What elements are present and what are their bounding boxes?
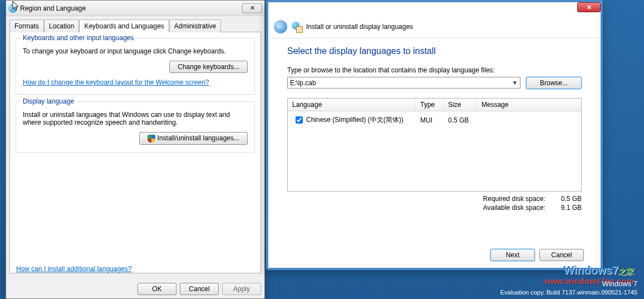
tab-strip: Formats Location Keyboards and Languages… bbox=[6, 16, 264, 32]
keyboards-group: Keyboards and other input languages To c… bbox=[16, 38, 255, 95]
required-value: 0.5 GB bbox=[561, 195, 582, 203]
language-listview: Language Type Size Message Chinese (Simp… bbox=[287, 98, 582, 192]
arrow-left-icon: ← bbox=[277, 22, 284, 31]
col-message[interactable]: Message bbox=[477, 99, 581, 111]
required-label: Required disk space: bbox=[483, 195, 545, 203]
close-icon: ✕ bbox=[587, 4, 592, 11]
os-brand: Windows 7 bbox=[500, 279, 637, 289]
logo-text: Windows7 bbox=[563, 264, 618, 276]
col-size[interactable]: Size bbox=[444, 99, 477, 111]
close-icon: ✕ bbox=[250, 4, 255, 12]
display-language-group: Display language Install or uninstall la… bbox=[16, 101, 255, 153]
ok-button[interactable]: OK bbox=[137, 283, 176, 295]
tab-location[interactable]: Location bbox=[44, 19, 79, 32]
dialog-footer: OK Cancel Apply bbox=[9, 283, 261, 295]
cancel-button[interactable]: Cancel bbox=[180, 283, 219, 295]
cancel-button[interactable]: Cancel bbox=[539, 249, 584, 261]
path-value: E:\lp.cab bbox=[290, 79, 316, 87]
install-languages-wizard: ✕ ← Install or uninstall display languag… bbox=[266, 0, 603, 270]
windows7-logo: Windows7之家 bbox=[563, 264, 634, 277]
next-button[interactable]: Next bbox=[490, 249, 535, 261]
shield-icon bbox=[148, 135, 155, 143]
path-dropdown[interactable]: E:\lp.cab ▼ bbox=[287, 77, 520, 89]
install-uninstall-languages-button[interactable]: Install/uninstall languages... bbox=[139, 132, 248, 145]
wizard-header: ← Install or uninstall display languages bbox=[268, 16, 601, 38]
dialog-title: Region and Language bbox=[20, 4, 86, 12]
group-title: Display language bbox=[21, 97, 76, 105]
tab-formats[interactable]: Formats bbox=[9, 19, 44, 32]
listview-header: Language Type Size Message bbox=[288, 99, 581, 111]
region-language-dialog: Region and Language ✕ Formats Location K… bbox=[6, 0, 265, 299]
available-value: 9.1 GB bbox=[561, 204, 582, 212]
globe-icon bbox=[8, 4, 17, 13]
disk-info: Required disk space: 0.5 GB Available di… bbox=[287, 195, 582, 212]
tab-keyboards-languages[interactable]: Keyboards and Languages bbox=[79, 19, 169, 32]
browse-button[interactable]: Browse... bbox=[526, 77, 582, 89]
close-button[interactable]: ✕ bbox=[577, 2, 601, 12]
logo-suffix: 之家 bbox=[618, 267, 634, 276]
browse-label: Type or browse to the location that cont… bbox=[287, 66, 582, 74]
row-checkbox[interactable] bbox=[296, 116, 303, 124]
install-language-icon bbox=[292, 22, 302, 32]
tab-body: Keyboards and other input languages To c… bbox=[9, 32, 261, 273]
wizard-body: Select the display languages to install … bbox=[268, 38, 601, 219]
col-language[interactable]: Language bbox=[288, 99, 416, 111]
apply-button[interactable]: Apply bbox=[222, 283, 261, 295]
titlebar: ✕ bbox=[268, 2, 601, 16]
group-text: To change your keyboard or input languag… bbox=[23, 47, 248, 55]
tab-administrative[interactable]: Administrative bbox=[169, 19, 221, 32]
row-message bbox=[477, 118, 581, 122]
row-size: 0.5 GB bbox=[444, 114, 477, 126]
col-type[interactable]: Type bbox=[416, 99, 444, 111]
row-language: Chinese (Simplified) (中文(简体)) bbox=[306, 115, 404, 125]
install-additional-languages-link[interactable]: How can I install additional languages? bbox=[16, 265, 131, 273]
list-row[interactable]: Chinese (Simplified) (中文(简体)) MUI 0.5 GB bbox=[288, 111, 581, 129]
globe-icon bbox=[292, 22, 299, 30]
chevron-down-icon: ▼ bbox=[512, 80, 518, 86]
path-row: E:\lp.cab ▼ Browse... bbox=[287, 77, 582, 89]
back-button[interactable]: ← bbox=[274, 20, 287, 33]
button-label: Install/uninstall languages... bbox=[158, 134, 239, 142]
available-label: Available disk space: bbox=[483, 204, 545, 212]
row-type: MUI bbox=[416, 114, 444, 126]
close-button[interactable]: ✕ bbox=[242, 3, 262, 13]
group-text: Install or uninstall languages that Wind… bbox=[23, 111, 248, 126]
desktop-build-text: Windows 7 Evaluation copy. Build 7137.wi… bbox=[500, 279, 637, 297]
welcome-screen-link[interactable]: How do I change the keyboard layout for … bbox=[23, 79, 209, 86]
wizard-footer: Next Cancel bbox=[490, 249, 584, 261]
change-keyboards-button[interactable]: Change keyboards... bbox=[169, 61, 248, 73]
wizard-title: Select the display languages to install bbox=[287, 46, 582, 56]
titlebar: Region and Language ✕ bbox=[6, 1, 264, 16]
wizard-header-title: Install or uninstall display languages bbox=[306, 23, 413, 31]
group-title: Keyboards and other input languages bbox=[21, 34, 136, 42]
build-line: Evaluation copy. Build 7137.winmain.0905… bbox=[500, 288, 637, 297]
